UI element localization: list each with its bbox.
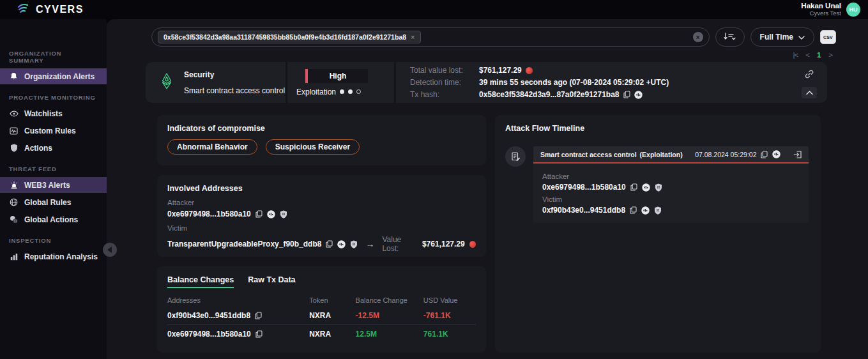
victim-label: Victim: [542, 195, 800, 203]
sidebar-item-global-actions[interactable]: Global Actions: [0, 211, 107, 227]
indicators-panel: Indicators of compromise Abnormal Behavi…: [157, 115, 486, 165]
open-event-icon[interactable]: [793, 151, 802, 158]
detection-time: 39 mins 55 seconds ago (07-08-2024 05:29…: [479, 77, 669, 88]
chevron-left-icon: [107, 247, 112, 253]
sidebar-item-label: Global Rules: [24, 198, 71, 207]
etherscan-icon[interactable]: [634, 91, 643, 99]
phase-dot-hollow: [356, 89, 361, 94]
sidebar-item-custom-rules[interactable]: Custom Rules: [0, 123, 107, 139]
tab-balance-changes[interactable]: Balance Changes: [167, 275, 234, 288]
copy-icon[interactable]: [630, 183, 637, 191]
etherscan-icon[interactable]: [642, 183, 650, 192]
sort-button[interactable]: [715, 27, 745, 47]
token-red-icon: [526, 67, 533, 74]
row-address: 0xf90b43e0...9451ddb8: [167, 311, 250, 320]
avatar[interactable]: HU: [846, 3, 860, 17]
attacker-address: 0xe6979498...1b580a10: [167, 210, 251, 218]
chip-remove-icon[interactable]: ×: [411, 33, 415, 41]
table-row: 0xf90b43e0...9451ddb8 NXRA -12.5M -761.1…: [167, 307, 476, 325]
pagination: |< < 1 >: [107, 50, 832, 59]
pagination-prev-button[interactable]: <: [805, 51, 809, 59]
copy-icon[interactable]: [255, 210, 263, 218]
etherscan-icon[interactable]: [337, 240, 346, 248]
topbar: CYVERS Hakan Unal Cyvers Test HU: [0, 0, 868, 19]
shield-scan-icon[interactable]: [350, 240, 358, 248]
victim-label: Victim: [167, 224, 476, 232]
tx-hash-label: Tx hash:: [410, 89, 479, 100]
sidebar-collapse-button[interactable]: [103, 243, 117, 257]
shield-scan-icon[interactable]: [654, 206, 662, 215]
value-lost: $761,127.29: [422, 240, 465, 248]
alert-details: Indicators of compromise Abnormal Behavi…: [157, 115, 821, 353]
pagination-first-button[interactable]: |<: [793, 51, 798, 59]
phase-dot-filled: [340, 89, 344, 94]
sidebar-item-global-rules[interactable]: Global Rules: [0, 194, 107, 210]
sidebar-item-label: Organization Alerts: [24, 72, 95, 81]
event-timestamp: 07.08.2024 05:29:02: [695, 151, 756, 158]
row-address: 0xe6979498...1b580a10: [167, 330, 251, 339]
sidebar-item-label: Global Actions: [24, 215, 78, 224]
ioc-chip-abnormal-behavior: Abnormal Behavior: [167, 139, 257, 155]
search-input[interactable]: 0x58ce3f53842d3a98aa31187459835bb85b0a0f…: [151, 27, 710, 47]
total-value-lost-label: Total value lost:: [410, 65, 479, 75]
section-threat-feed: THREAT FEED: [9, 165, 98, 172]
brand-name: CYVERS: [36, 4, 84, 15]
shield-scan-icon[interactable]: [280, 210, 287, 218]
user-menu[interactable]: Hakan Unal Cyvers Test HU: [801, 2, 860, 17]
copy-icon[interactable]: [255, 330, 263, 338]
sidebar-item-label: Custom Rules: [24, 126, 76, 135]
export-csv-button[interactable]: CSV: [820, 30, 836, 44]
main-content: 0x58ce3f53842d3a98aa31187459835bb85b0a0f…: [107, 19, 868, 359]
sidebar-item-label: WEB3 Alerts: [24, 181, 70, 190]
ioc-chip-suspicious-receiver: Suspicious Receiver: [266, 139, 360, 155]
search-clear-button[interactable]: ×: [693, 32, 703, 42]
total-value-lost: $761,127.29: [479, 65, 522, 75]
ethereum-chain-icon: [160, 73, 174, 92]
table-row: 0xe6979498...1b580a10 NXRA 12.5M 761.1K: [167, 325, 476, 343]
etherscan-icon[interactable]: [641, 206, 650, 215]
alert-type: Smart contract access control: [184, 86, 285, 95]
copy-icon[interactable]: [623, 91, 630, 98]
involved-addresses-panel: Involved Addresses Attacker 0xe6979498..…: [157, 175, 486, 257]
copy-icon[interactable]: [326, 240, 333, 248]
victim-address: 0xf90b43e0...9451ddb8: [542, 206, 625, 215]
etherscan-icon[interactable]: [772, 150, 780, 158]
phase-dot-filled: [348, 89, 353, 94]
copy-icon[interactable]: [630, 206, 637, 214]
row-balance-change: 12.5M: [356, 330, 423, 339]
row-usd-value: -761.1K: [423, 311, 476, 320]
sidebar-item-web3-alerts[interactable]: WEB3 Alerts: [0, 177, 107, 193]
tx-hash: 0x58ce3f53842d3a9...87a0f2e91271ba8: [479, 89, 620, 100]
copy-icon[interactable]: [761, 151, 768, 158]
indicators-title: Indicators of compromise: [167, 124, 476, 133]
token-red-icon: [469, 241, 476, 248]
time-filter-button[interactable]: Full Time: [750, 27, 814, 47]
sidebar-item-organization-alerts[interactable]: Organization Alerts: [0, 68, 107, 84]
toolbar: 0x58ce3f53842d3a98aa31187459835bb85b0a0f…: [151, 27, 836, 47]
pagination-next-button[interactable]: >: [828, 51, 832, 59]
globe-icon: [9, 198, 19, 206]
bar-chart-icon: [9, 253, 19, 261]
row-balance-change: -12.5M: [356, 311, 423, 320]
copy-icon[interactable]: [255, 312, 262, 319]
timeline-event-card: Smart contract access control (Exploitat…: [533, 146, 809, 223]
sidebar-item-actions[interactable]: Actions: [0, 140, 107, 156]
alert-category: Security: [184, 70, 285, 79]
sidebar-item-reputation-analysis[interactable]: Reputation Analysis: [0, 248, 107, 264]
rules-chart-icon: [9, 127, 19, 135]
etherscan-icon[interactable]: [267, 210, 275, 218]
sidebar-item-label: Reputation Analysis: [24, 252, 98, 261]
attacker-label: Attacker: [167, 199, 476, 206]
event-phase: (Exploitation): [640, 151, 683, 158]
sort-icon: [723, 31, 736, 43]
pagination-current-page: 1: [817, 51, 821, 59]
tab-raw-tx-data[interactable]: Raw Tx Data: [248, 275, 295, 288]
section-organization-summary: ORGANIZATION SUMMARY: [9, 50, 98, 64]
collapse-alert-button[interactable]: [802, 87, 817, 98]
attacker-address: 0xe6979498...1b580a10: [542, 183, 626, 192]
shield-scan-icon[interactable]: [655, 183, 662, 192]
link-icon[interactable]: [804, 69, 814, 79]
search-filter-chip[interactable]: 0x58ce3f53842d3a98aa31187459835bb85b0a0f…: [158, 31, 421, 43]
sidebar-item-watchlists[interactable]: Watchlists: [0, 105, 107, 121]
sidebar: ORGANIZATION SUMMARY Organization Alerts…: [0, 19, 107, 359]
